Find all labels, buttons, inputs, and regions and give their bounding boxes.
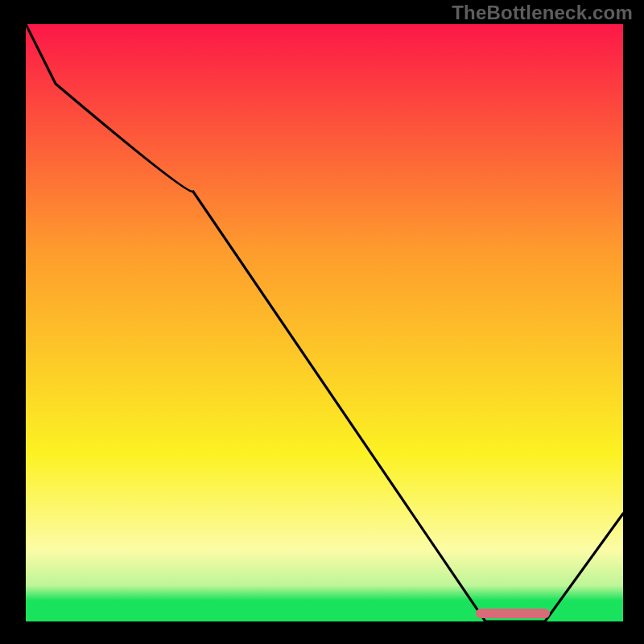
bottleneck-curve — [26, 24, 623, 621]
chart-frame: TheBottleneck.com — [0, 0, 644, 644]
optimal-range-marker — [476, 609, 550, 618]
watermark-text: TheBottleneck.com — [452, 2, 633, 24]
plot-area — [26, 24, 623, 621]
bottleneck-curve-svg — [26, 24, 623, 621]
